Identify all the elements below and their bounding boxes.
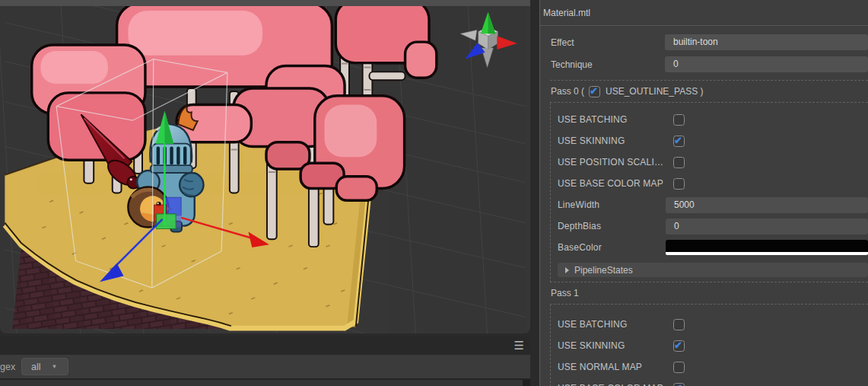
pass0-header: Pass 0 ( ✔ USE_OUTLINE_PASS ) <box>550 81 868 103</box>
regex-label: gex <box>0 362 15 372</box>
effect-select[interactable]: builtin-toon <box>665 34 868 50</box>
depthbias-row: DepthBias 0 <box>551 215 868 237</box>
scene-editor-column: ☰ gex all ▼ <box>0 0 530 386</box>
basecolor-picker[interactable] <box>666 240 868 255</box>
effect-row: Effect builtin-toon <box>540 31 868 53</box>
console-panel: ☰ gex all ▼ <box>0 337 530 386</box>
define-row: USE BATCHING ✔ <box>551 314 868 335</box>
use-outline-pass-label: USE_OUTLINE_PASS ) <box>606 86 703 97</box>
define-row: USE BASE COLOR MAP ✔ <box>551 173 868 194</box>
use-skinning-checkbox[interactable]: ✔ <box>673 340 685 352</box>
linewidth-input[interactable]: 5000 <box>666 197 868 213</box>
technique-label: Technique <box>551 59 593 70</box>
define-row: USE BATCHING ✔ <box>551 109 868 130</box>
use-normal-map-checkbox[interactable]: ✔ <box>673 362 685 373</box>
technique-row: Technique 0 <box>540 53 868 75</box>
basecolor-row: BaseColor <box>551 237 868 258</box>
use-outline-pass-checkbox[interactable]: ✔ <box>589 86 600 97</box>
scene-viewport[interactable] <box>0 6 530 333</box>
inspector-title: Material.mtl <box>540 0 868 26</box>
use-base-color-map-checkbox[interactable]: ✔ <box>673 178 685 190</box>
console-footer <box>0 378 530 386</box>
pass0-body: USE BATCHING ✔ USE SKINNING ✔ USE POSITI… <box>550 103 868 282</box>
linewidth-row: LineWidth 5000 <box>551 194 868 215</box>
chevron-down-icon: ▼ <box>52 363 58 370</box>
scrollbar-corner[interactable] <box>523 380 530 386</box>
log-level-dropdown[interactable]: all ▼ <box>21 358 68 375</box>
use-skinning-checkbox[interactable]: ✔ <box>673 136 685 147</box>
define-row: USE SKINNING ✔ <box>551 335 868 356</box>
console-filter-bar: gex all ▼ <box>0 355 530 378</box>
use-position-scaling-checkbox[interactable]: ✔ <box>673 157 685 168</box>
effect-label: Effect <box>551 37 574 48</box>
depthbias-input[interactable]: 0 <box>666 219 868 234</box>
define-row: USE BASE COLOR MAP ✔ <box>551 378 868 386</box>
pipeline-states-toggle[interactable]: PipelineStates <box>558 263 868 277</box>
use-batching-checkbox[interactable]: ✔ <box>673 319 685 330</box>
use-batching-checkbox[interactable]: ✔ <box>673 114 685 126</box>
pass1-body: USE BATCHING ✔ USE SKINNING ✔ USE NORMAL… <box>550 305 868 386</box>
collapse-arrow-icon <box>565 267 569 273</box>
material-inspector: Material.mtl Effect builtin-toon Techniq… <box>539 0 868 386</box>
define-row: USE NORMAL MAP ✔ <box>551 356 868 378</box>
hamburger-menu-icon[interactable]: ☰ <box>514 339 524 353</box>
technique-select[interactable]: 0 <box>665 56 868 72</box>
define-row: USE POSITION SCALI… ✔ <box>551 152 868 173</box>
console-header: ☰ <box>0 337 530 355</box>
toolbar-strip <box>0 0 530 6</box>
define-row: USE SKINNING ✔ <box>551 130 868 152</box>
pass1-header: Pass 1 <box>540 282 868 304</box>
use-base-color-map-checkbox[interactable]: ✔ <box>673 383 685 386</box>
